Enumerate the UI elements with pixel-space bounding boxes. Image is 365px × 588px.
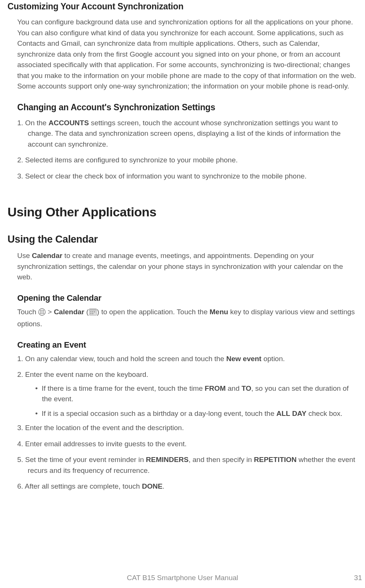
calendar-intro-prefix: Use: [17, 252, 32, 260]
using-calendar-intro: Use Calendar to create and manage events…: [17, 250, 358, 283]
creating-step-1: 1. On any calendar view, touch and hold …: [17, 354, 358, 364]
changing-step-3: 3. Select or clear the check box of info…: [17, 171, 358, 182]
opening-mid1: >: [46, 308, 54, 316]
section-changing-title: Changing an Account's Synchronization Se…: [17, 102, 358, 112]
b2-bold: ALL DAY: [277, 410, 307, 417]
opening-mid3: ) to open the application. Touch the: [97, 308, 210, 316]
opening-bold1: Calendar: [54, 308, 84, 316]
opening-mid2: (: [84, 308, 89, 316]
section-creating-event: Creating an Event 1. On any calendar vie…: [7, 340, 358, 492]
step1-bold: New event: [226, 355, 262, 363]
creating-event-title: Creating an Event: [17, 340, 358, 350]
step5-bold2: REPETITION: [254, 456, 297, 464]
svg-point-6: [43, 311, 44, 312]
svg-point-1: [40, 310, 41, 311]
apps-grid-icon: [38, 308, 46, 319]
creating-step-5: 5. Set the time of your event reminder i…: [17, 454, 358, 476]
calendar-intro-bold: Calendar: [32, 252, 62, 260]
b1-mid: and: [226, 384, 241, 392]
changing-step-2: 2. Selected items are configured to sync…: [17, 155, 358, 166]
creating-step-6: 6. After all settings are complete, touc…: [17, 481, 358, 492]
svg-point-7: [40, 313, 41, 314]
section-using-calendar-body: Use Calendar to create and manage events…: [7, 250, 358, 283]
svg-rect-16: [92, 313, 93, 314]
step-1-bold: ACCOUNTS: [48, 119, 89, 127]
step5-bold1: REMINDERS: [146, 456, 188, 464]
step2-bullet-1: • If there is a time frame for the event…: [33, 383, 358, 405]
creating-step-3: 3. Enter the location of the event and t…: [17, 423, 358, 434]
section-customizing-title: Customizing Your Account Synchronization: [7, 2, 358, 12]
svg-point-2: [42, 310, 43, 311]
section-customizing-body: You can configure background data use an…: [7, 17, 358, 92]
step6-prefix: 6. After all settings are complete, touc…: [17, 482, 142, 490]
step5-mid: , and then specify in: [188, 456, 254, 464]
svg-rect-14: [94, 311, 95, 312]
b1-bold2: TO: [242, 384, 251, 392]
step2-text: 2. Enter the event name on the keyboard.: [17, 370, 148, 378]
chapter-using-other-apps: Using Other Applications: [7, 205, 358, 219]
svg-point-9: [43, 313, 44, 314]
section-changing-wrapper: Changing an Account's Synchronization Se…: [7, 102, 358, 182]
page-number: 31: [354, 574, 362, 582]
svg-point-4: [40, 311, 41, 312]
b1-bold1: FROM: [205, 384, 226, 392]
step-1-prefix: 1. On the: [17, 119, 48, 127]
calendar-intro-suffix: to create and manage events, meetings, a…: [17, 252, 343, 281]
footer-text: CAT B15 Smartphone User Manual: [127, 574, 238, 582]
svg-point-5: [42, 311, 43, 312]
opening-calendar-text: Touch > Calendar () to open the applicat…: [17, 307, 358, 330]
b2-suffix: check box.: [307, 410, 343, 417]
opening-prefix: Touch: [17, 308, 38, 316]
section-using-calendar-title: Using the Calendar: [7, 234, 358, 245]
opening-calendar-title: Opening the Calendar: [17, 293, 358, 303]
footer: CAT B15 Smartphone User Manual: [0, 574, 365, 582]
svg-point-8: [42, 313, 43, 314]
creating-step-4: 4. Enter email addresses to invite guest…: [17, 439, 358, 450]
b1-prefix: If there is a time frame for the event, …: [42, 384, 205, 392]
step6-bold: DONE: [142, 482, 163, 490]
svg-rect-13: [92, 311, 93, 312]
bullet-dot: •: [35, 410, 42, 417]
customizing-intro: You can configure background data use an…: [17, 17, 358, 92]
changing-steps: 1. On the ACCOUNTS settings screen, touc…: [17, 118, 358, 182]
step1-prefix: 1. On any calendar view, touch and hold …: [17, 355, 226, 363]
svg-point-3: [43, 310, 44, 311]
creating-event-steps: 1. On any calendar view, touch and hold …: [17, 354, 358, 492]
page-content: Customizing Your Account Synchronization…: [0, 2, 365, 492]
bullet-dot: •: [35, 384, 42, 392]
b2-prefix: If it is a special occasion such as a bi…: [42, 410, 276, 417]
step6-suffix: .: [163, 482, 165, 490]
svg-rect-12: [90, 311, 91, 312]
step1-suffix: option.: [262, 355, 285, 363]
changing-step-1: 1. On the ACCOUNTS settings screen, touc…: [17, 118, 358, 150]
svg-rect-11: [89, 309, 97, 310]
step2-bullet-2: • If it is a special occasion such as a …: [33, 408, 358, 419]
creating-step-2: 2. Enter the event name on the keyboard.…: [17, 369, 358, 419]
step2-bullets: • If there is a time frame for the event…: [28, 383, 358, 419]
calendar-icon: [89, 308, 97, 319]
svg-rect-15: [90, 313, 91, 314]
step5-prefix: 5. Set the time of your event reminder i…: [17, 456, 146, 464]
opening-bold2: Menu: [209, 308, 228, 316]
section-opening-calendar: Opening the Calendar Touch > Calendar ()…: [7, 293, 358, 330]
